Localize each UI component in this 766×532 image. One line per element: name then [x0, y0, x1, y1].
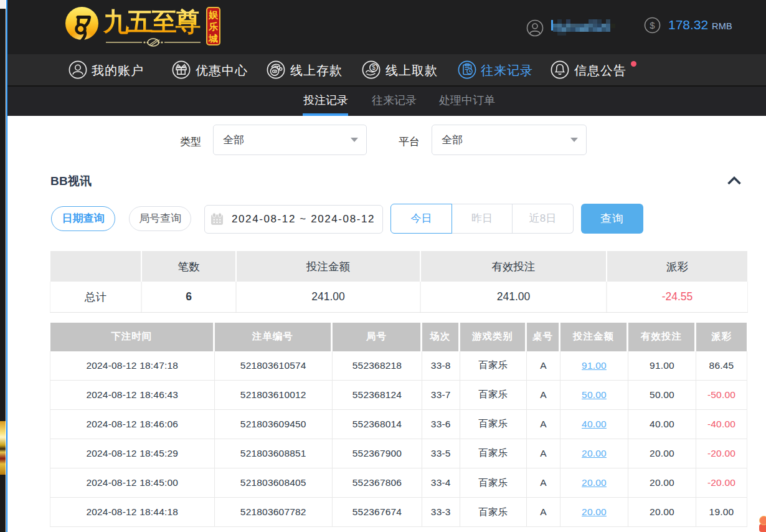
svg-text:$: $ [650, 20, 655, 31]
svg-text:$: $ [372, 64, 376, 71]
